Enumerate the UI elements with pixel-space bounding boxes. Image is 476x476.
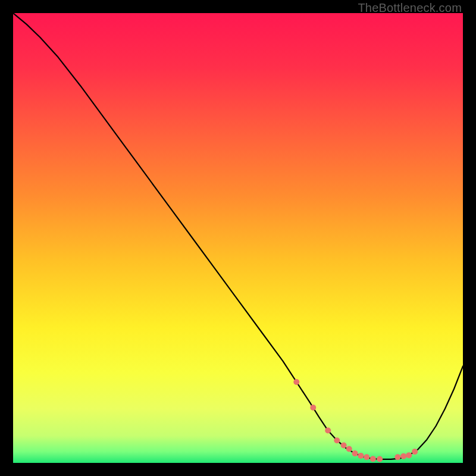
highlight-marker [352, 450, 358, 456]
highlight-marker [341, 443, 347, 449]
highlight-marker [334, 437, 340, 443]
highlight-marker [293, 379, 299, 385]
highlight-marker [370, 456, 376, 462]
highlight-marker [406, 452, 412, 458]
highlight-marker [346, 446, 352, 452]
highlight-marker [364, 454, 369, 460]
highlight-marker [400, 453, 406, 459]
gradient-background [13, 13, 463, 463]
chart-plot [13, 13, 463, 463]
highlight-marker [325, 428, 331, 434]
highlight-marker [310, 405, 316, 411]
highlight-marker [394, 454, 400, 460]
highlight-marker [412, 449, 418, 455]
chart-frame [13, 13, 463, 463]
highlight-marker [358, 453, 364, 459]
highlight-marker [377, 456, 383, 462]
